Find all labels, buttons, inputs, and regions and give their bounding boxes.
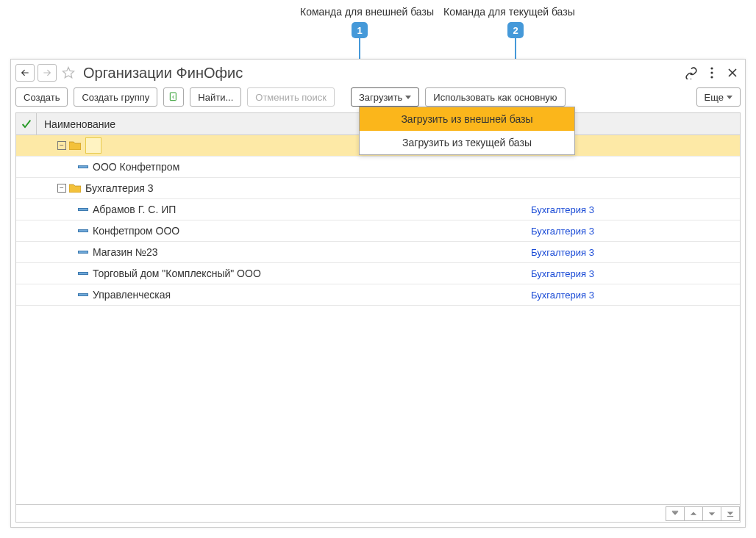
header-check-icon[interactable] <box>16 113 37 134</box>
row-name: Бухгалтерия 3 <box>85 182 154 194</box>
table-row[interactable]: УправленческаяБухгалтерия 3 <box>16 284 740 306</box>
load-dropdown-button[interactable]: Загрузить <box>351 87 419 107</box>
use-as-main-label: Использовать как основную <box>433 92 557 103</box>
dropdown-item-external[interactable]: Загрузить из внешней базы <box>360 107 574 131</box>
row-base: Бухгалтерия 3 <box>527 226 740 237</box>
row-name: Абрамов Г. С. ИП <box>93 204 176 215</box>
refresh-button[interactable] <box>163 87 184 107</box>
row-base: Бухгалтерия 3 <box>527 290 740 301</box>
table-row[interactable]: Торговый дом "Комплексный" ОООБухгалтери… <box>16 263 740 284</box>
svg-point-1 <box>710 71 713 73</box>
tree-toggle[interactable]: − <box>57 184 66 193</box>
svg-point-0 <box>710 67 713 69</box>
annotation-1-label: Команда для внешней базы <box>300 6 434 18</box>
svg-rect-4 <box>672 510 678 511</box>
table-row[interactable]: Конфетпром ОООБухгалтерия 3 <box>16 220 740 242</box>
pager-up-button[interactable] <box>684 506 703 521</box>
row-name: Конфетпром ООО <box>93 225 179 237</box>
more-button[interactable]: Еще <box>696 87 741 107</box>
item-icon <box>78 208 88 211</box>
create-group-button[interactable]: Создать группу <box>74 87 157 107</box>
tree-toggle[interactable]: − <box>57 141 66 150</box>
row-name: Магазин №23 <box>93 246 157 258</box>
create-label: Создать <box>24 92 60 103</box>
close-icon[interactable] <box>726 66 739 79</box>
page-title: Организации ФинОфис <box>83 65 682 82</box>
annotation-2-label: Команда для текущей базы <box>443 6 575 18</box>
create-group-label: Создать группу <box>82 92 149 103</box>
svg-point-2 <box>710 76 713 78</box>
kebab-menu-icon[interactable] <box>705 66 718 79</box>
table-body: −ООО Конфетпром−Бухгалтерия 3Абрамов Г. … <box>16 135 740 504</box>
item-icon <box>78 165 88 168</box>
table-row[interactable]: −Бухгалтерия 3 <box>16 178 740 199</box>
row-base: Бухгалтерия 3 <box>527 247 740 258</box>
nav-back-button[interactable] <box>15 64 35 82</box>
more-label: Еще <box>705 92 724 103</box>
row-base: Бухгалтерия 3 <box>527 268 740 279</box>
item-icon <box>78 251 88 254</box>
cancel-search-label: Отменить поиск <box>255 92 327 103</box>
use-as-main-button[interactable]: Использовать как основную <box>425 87 565 107</box>
nav-forward-button[interactable] <box>38 64 57 82</box>
table-row[interactable]: Магазин №23Бухгалтерия 3 <box>16 242 740 263</box>
selection-highlight <box>85 137 101 154</box>
pager-down-button[interactable] <box>702 506 721 521</box>
row-name: Управленческая <box>93 289 171 301</box>
find-label: Найти... <box>198 92 233 103</box>
annotation-1-badge: 1 <box>352 22 368 38</box>
svg-rect-5 <box>727 515 733 516</box>
dropdown-item-current[interactable]: Загрузить из текущей базы <box>360 131 574 154</box>
find-button[interactable]: Найти... <box>190 87 241 107</box>
favorite-star-icon[interactable] <box>60 64 77 82</box>
create-button[interactable]: Создать <box>15 87 68 107</box>
folder-icon <box>69 141 81 150</box>
item-icon <box>78 272 88 275</box>
row-name: Торговый дом "Комплексный" ООО <box>93 268 261 279</box>
row-base: Бухгалтерия 3 <box>527 204 740 215</box>
row-name: ООО Конфетпром <box>93 161 179 173</box>
table-row[interactable]: ООО Конфетпром <box>16 157 740 178</box>
load-label: Загрузить <box>359 92 402 103</box>
link-icon[interactable] <box>685 66 698 79</box>
pager-first-button[interactable] <box>666 506 685 521</box>
caret-down-icon <box>405 96 411 99</box>
annotation-2-badge: 2 <box>507 22 524 38</box>
folder-icon <box>69 184 81 193</box>
caret-down-icon <box>727 96 732 99</box>
table-row[interactable]: Абрамов Г. С. ИПБухгалтерия 3 <box>16 199 740 220</box>
app-window: Организации ФинОфис Создать Создать груп… <box>10 59 746 528</box>
load-dropdown-menu: Загрузить из внешней базы Загрузить из т… <box>359 107 575 155</box>
pager-last-button[interactable] <box>721 506 740 521</box>
item-icon <box>78 293 88 296</box>
item-icon <box>78 229 88 232</box>
cancel-search-button: Отменить поиск <box>247 87 335 107</box>
